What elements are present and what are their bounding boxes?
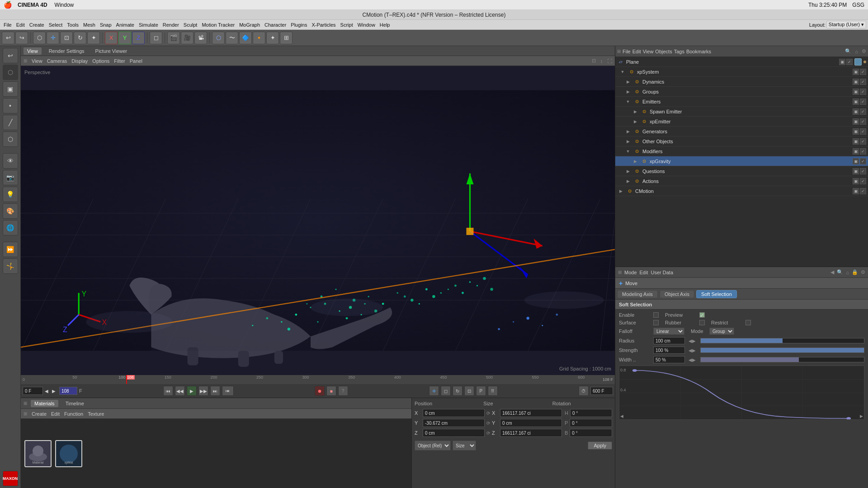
obj-row-xpgravity[interactable]: ▶ ⊙ xpGravity ▣ ✓ [615, 156, 868, 166]
timeline-btn[interactable]: ⏱ [579, 386, 589, 396]
em-check-2[interactable]: ✓ [860, 99, 866, 105]
b-rot-input[interactable] [570, 429, 612, 437]
mat-menu-texture[interactable]: Texture [88, 411, 104, 417]
material-1[interactable]: Material [24, 440, 52, 467]
left-btn-polys[interactable]: ⬡ [3, 131, 18, 147]
menu-plugins[interactable]: Plugins [289, 22, 309, 28]
obj-tab-file[interactable]: File [623, 49, 631, 54]
em-check-1[interactable]: ▣ [853, 99, 859, 105]
act-check-1[interactable]: ▣ [853, 178, 859, 184]
y-pos-input[interactable] [423, 419, 485, 427]
mat-tab-timeline[interactable]: Timeline [62, 400, 88, 407]
props-arrow-left[interactable]: ◀ [830, 269, 834, 275]
preview-checkbox[interactable]: ✓ [699, 312, 705, 318]
other-expand-icon[interactable]: ▶ [624, 138, 632, 145]
obj-row-actions[interactable]: ▶ ⊙ Actions ▣ ✓ [615, 176, 868, 186]
mod-expand-icon[interactable]: ▼ [624, 148, 632, 155]
props-tab-userdata[interactable]: User Data [651, 270, 674, 275]
frame-step-down[interactable]: ◀ [45, 389, 50, 394]
prev-frame-btn[interactable]: ◀◀ [175, 386, 185, 396]
sp-check-2[interactable]: ✓ [860, 108, 866, 115]
left-btn-edges[interactable]: ╱ [3, 115, 18, 130]
vp-menu-options[interactable]: Options [92, 58, 109, 64]
left-btn-mode[interactable]: ▣ [3, 81, 18, 97]
z-size-input[interactable] [500, 429, 562, 437]
left-btn-char[interactable]: 🤸 [3, 258, 18, 274]
grid-btn[interactable]: ⊞ [280, 32, 292, 44]
left-btn-points[interactable]: • [3, 98, 18, 113]
left-btn-anim[interactable]: ⏩ [3, 242, 18, 257]
go-start-btn[interactable]: ⏮ [222, 386, 234, 396]
gen-expand-icon[interactable]: ▶ [624, 128, 632, 135]
param-btn[interactable]: P [476, 386, 486, 396]
xpg-check-2[interactable]: ✓ [860, 158, 866, 164]
next-frame-btn[interactable]: ▶▶ [198, 386, 208, 396]
obj-row-plane[interactable]: ▱ Plane ▣ ✓ [615, 57, 868, 67]
dyn-check-2[interactable]: ✓ [860, 79, 866, 85]
dynamics-expand-icon[interactable]: ▶ [624, 78, 632, 85]
left-btn-mat[interactable]: 🎨 [3, 203, 18, 219]
axis-tab-modeling[interactable]: Modeling Axis [617, 290, 658, 298]
props-home-icon[interactable]: ⌂ [846, 270, 849, 275]
dyn-check-1[interactable]: ▣ [853, 79, 859, 85]
enable-checkbox[interactable] [653, 312, 659, 318]
menu-xparticles[interactable]: X-Particles [310, 22, 337, 28]
p-rot-input[interactable] [570, 419, 612, 427]
cmotion-expand-icon[interactable]: ▶ [617, 188, 624, 195]
rotate-key-btn[interactable]: ↻ [453, 386, 462, 396]
cm-check-1[interactable]: ▣ [853, 188, 859, 194]
q-check-1[interactable]: ▣ [853, 168, 859, 174]
obj-row-modifiers[interactable]: ▼ ⊙ Modifiers ▣ ✓ [615, 146, 868, 156]
select-key-btn[interactable]: ◻ [441, 386, 451, 396]
apple-menu[interactable]: 🍎 [4, 1, 12, 9]
vp-btn-3[interactable]: ⛶ [607, 58, 612, 64]
rotate-tool[interactable]: ↻ [74, 32, 86, 44]
current-frame-input[interactable] [59, 387, 77, 395]
vp-menu-display[interactable]: Display [71, 58, 88, 64]
obj-row-cmotion[interactable]: ▶ ⊙ CMotion ▣ ✓ [615, 186, 868, 196]
plane-check-2[interactable]: ✓ [846, 59, 853, 65]
spline-btn[interactable]: 〜 [226, 32, 238, 44]
play-btn[interactable]: ▶ [187, 386, 197, 396]
menu-create[interactable]: Create [28, 22, 46, 28]
nurbs-btn[interactable]: 🔷 [239, 32, 252, 44]
menu-motion-tracker[interactable]: Motion Tracker [200, 22, 236, 28]
vp-btn-1[interactable]: ⊡ [592, 58, 596, 64]
obj-tab-bookmarks[interactable]: Bookmarks [686, 49, 711, 54]
x-pos-input[interactable] [423, 409, 485, 417]
vp-menu-view[interactable]: View [32, 58, 42, 64]
viewport-tab-picture[interactable]: Picture Viewer [92, 47, 131, 55]
soft-selection-curve[interactable]: 0.8 0.4 ◀ ▶ [619, 366, 864, 420]
size-type-select[interactable]: Size Scale [453, 441, 476, 450]
plane-check-1[interactable]: ▣ [839, 59, 845, 65]
radius-input[interactable] [653, 337, 685, 344]
xpe-check-2[interactable]: ✓ [860, 118, 866, 125]
sp-check-1[interactable]: ▣ [853, 108, 859, 115]
redo-btn[interactable]: ↪ [15, 32, 28, 44]
obj-tab-objects[interactable]: Objects [655, 49, 672, 54]
mod-check-1[interactable]: ▣ [853, 148, 859, 155]
obj-search-icon[interactable]: 🔍 [845, 48, 851, 54]
obj-row-xpemitter[interactable]: ▶ ⊙ xpEmitter ▣ ✓ [615, 117, 868, 127]
mod-check-2[interactable]: ✓ [860, 148, 866, 155]
menu-character[interactable]: Character [263, 22, 288, 28]
rubber-checkbox[interactable] [699, 320, 705, 325]
menu-mesh[interactable]: Mesh [81, 22, 97, 28]
x-axis-btn[interactable]: X [105, 32, 118, 44]
viewport-canvas[interactable]: Perspective [21, 66, 615, 375]
obj-row-questions[interactable]: ▶ ⊙ Questions ▣ ✓ [615, 166, 868, 176]
obj-row-emitters[interactable]: ▼ ⊙ Emitters ▣ ✓ [615, 97, 868, 107]
left-btn-view[interactable]: 👁 [3, 153, 18, 169]
h-rot-input[interactable] [570, 409, 612, 417]
move-tool[interactable]: ✛ [47, 32, 59, 44]
frame-step-up[interactable]: ▶ [52, 389, 57, 394]
mat-menu-function[interactable]: Function [64, 411, 83, 417]
x-size-input[interactable] [500, 409, 562, 417]
props-settings-icon[interactable]: ⚙ [861, 269, 865, 275]
obj-row-groups[interactable]: ▶ ⊙ Groups ▣ ✓ [615, 87, 868, 97]
z-pos-input[interactable] [423, 429, 485, 437]
menu-render[interactable]: Render [161, 22, 181, 28]
groups-expand-icon[interactable]: ▶ [624, 88, 632, 95]
stop-btn[interactable]: ■ [326, 386, 336, 396]
dots-btn[interactable]: ⠿ [488, 386, 498, 396]
